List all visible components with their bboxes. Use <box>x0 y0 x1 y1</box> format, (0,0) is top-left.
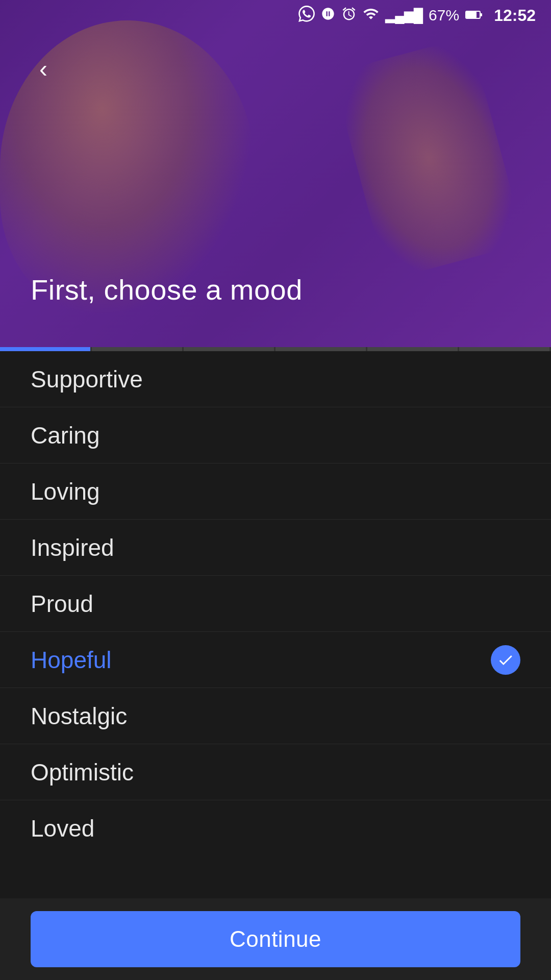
mood-label-optimistic: Optimistic <box>31 758 134 786</box>
mood-item-loved[interactable]: Loved <box>0 800 551 856</box>
battery-icon <box>465 7 483 23</box>
whatsapp-icon <box>298 6 315 26</box>
mood-label-loved: Loved <box>31 815 94 842</box>
hero-title: First, choose a mood <box>31 273 520 306</box>
mood-label-proud: Proud <box>31 590 93 618</box>
continue-button-container: Continue <box>0 898 551 980</box>
svg-rect-1 <box>466 12 477 18</box>
status-icons: ▂▄▆█ 67% 12:52 <box>298 6 536 26</box>
time-display: 12:52 <box>494 6 536 25</box>
hero-title-text: First, choose a mood <box>31 274 303 306</box>
mood-label-inspired: Inspired <box>31 534 114 561</box>
mood-item-optimistic[interactable]: Optimistic <box>0 744 551 800</box>
progress-segment-5 <box>367 347 458 351</box>
mood-label-supportive: Supportive <box>31 365 143 393</box>
download-icon <box>321 7 335 24</box>
mood-item-hopeful[interactable]: Hopeful <box>0 632 551 688</box>
progress-segment-3 <box>184 347 274 351</box>
signal-icon: ▂▄▆█ <box>385 8 422 23</box>
continue-button[interactable]: Continue <box>31 911 520 967</box>
back-button[interactable]: ‹ <box>26 51 61 87</box>
mood-item-caring[interactable]: Caring <box>0 407 551 463</box>
mood-label-nostalgic: Nostalgic <box>31 702 127 730</box>
alarm-icon <box>341 6 357 25</box>
mood-label-loving: Loving <box>31 478 100 505</box>
progress-bar <box>0 347 551 351</box>
mood-list: Supportive Caring Loving Inspired Proud … <box>0 351 551 898</box>
status-bar: ▂▄▆█ 67% 12:52 <box>0 0 551 31</box>
progress-segment-6 <box>459 347 549 351</box>
mood-check-hopeful <box>491 645 520 675</box>
back-arrow-icon: ‹ <box>39 57 47 81</box>
progress-segment-4 <box>276 347 366 351</box>
mood-item-supportive[interactable]: Supportive <box>0 351 551 407</box>
mood-label-hopeful: Hopeful <box>31 646 112 674</box>
svg-rect-2 <box>481 13 482 16</box>
mood-item-nostalgic[interactable]: Nostalgic <box>0 688 551 744</box>
mood-item-loving[interactable]: Loving <box>0 463 551 520</box>
mood-item-inspired[interactable]: Inspired <box>0 520 551 576</box>
wifi-icon <box>363 6 379 26</box>
mood-item-proud[interactable]: Proud <box>0 576 551 632</box>
progress-segment-2 <box>92 347 182 351</box>
hero-area: ‹ First, choose a mood <box>0 0 551 347</box>
progress-segment-1 <box>0 347 90 351</box>
mood-label-caring: Caring <box>31 422 100 449</box>
battery-percentage: 67% <box>429 7 459 24</box>
checkmark-icon <box>497 651 514 669</box>
